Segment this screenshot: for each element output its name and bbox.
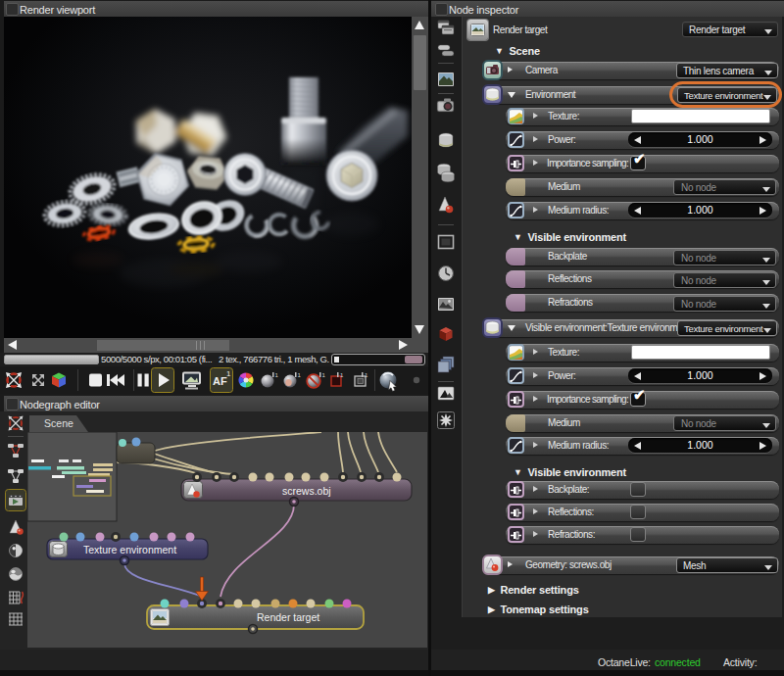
svg-text:1: 1 [298, 372, 302, 378]
svg-text:1: 1 [340, 372, 344, 378]
svg-text:Render target: Render target [257, 611, 319, 623]
svg-text:1: 1 [322, 372, 326, 378]
svg-text:1: 1 [226, 369, 231, 378]
svg-text:1: 1 [275, 372, 279, 378]
svg-text:1: 1 [365, 372, 368, 378]
svg-text:Texture environment: Texture environment [83, 544, 176, 555]
svg-text:screws.obj: screws.obj [282, 485, 331, 497]
svg-text:AF: AF [213, 375, 227, 387]
